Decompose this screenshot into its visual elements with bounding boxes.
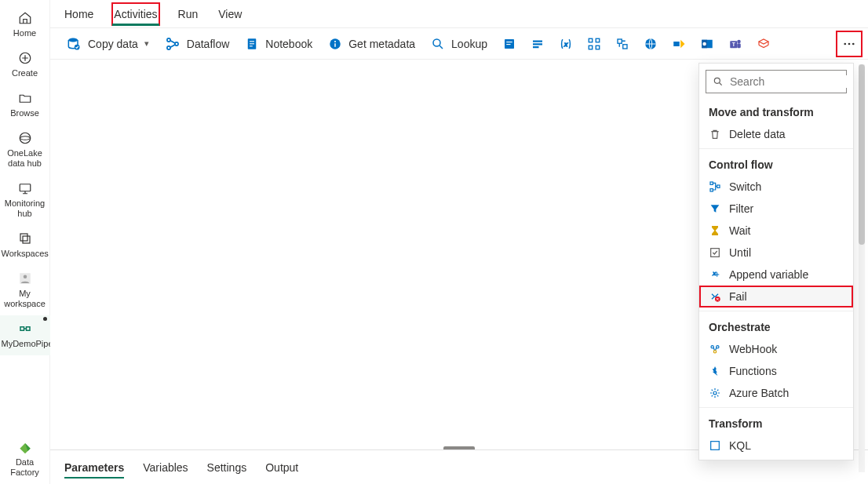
section-move: Move and transform	[699, 100, 853, 123]
btab-output[interactable]: Output	[265, 453, 298, 482]
append-variable-icon: x	[709, 268, 721, 281]
dataflow-label: Dataflow	[187, 38, 229, 50]
plus-circle-icon	[0, 49, 50, 67]
fail-icon	[709, 290, 721, 303]
teams-button[interactable]: T	[723, 31, 748, 56]
svg-rect-7	[20, 327, 24, 331]
svg-point-20	[433, 39, 440, 46]
svg-point-44	[848, 42, 851, 45]
outlook-button[interactable]	[695, 31, 720, 56]
if-button[interactable]	[610, 31, 635, 56]
invoke-pipeline-button[interactable]	[666, 31, 691, 56]
scrollbar-thumb[interactable]	[859, 64, 865, 245]
more-activities-button[interactable]	[837, 31, 862, 56]
item-webhook[interactable]: WebHook	[699, 338, 853, 360]
nav-home[interactable]: Home	[0, 5, 50, 45]
tab-home[interactable]: Home	[63, 3, 95, 25]
person-icon	[0, 270, 50, 287]
btab-settings[interactable]: Settings	[207, 453, 247, 482]
item-label: Functions	[729, 365, 777, 377]
nav-create[interactable]: Create	[0, 45, 50, 85]
getmetadata-button[interactable]: Get metadata	[322, 31, 421, 56]
svg-rect-49	[717, 185, 720, 187]
section-transform: Transform	[699, 411, 853, 435]
item-kql[interactable]: KQL	[699, 435, 853, 457]
svg-point-10	[167, 38, 170, 41]
svg-point-43	[844, 42, 846, 45]
svg-rect-47	[710, 182, 713, 184]
btab-variables[interactable]: Variables	[143, 453, 188, 482]
svg-point-41	[737, 39, 741, 43]
item-label: Delete data	[729, 128, 786, 140]
item-filter[interactable]: Filter	[699, 198, 853, 220]
svg-rect-8	[26, 327, 30, 331]
lookup-button[interactable]: Lookup	[425, 31, 494, 56]
item-label: Wait	[729, 224, 750, 237]
stored-proc-button[interactable]	[525, 31, 550, 56]
databricks-button[interactable]	[751, 31, 776, 56]
nav-pipeline[interactable]: MyDemoPipeline	[0, 315, 50, 355]
nav-monitoring[interactable]: Monitoring hub	[0, 175, 50, 225]
tab-run[interactable]: Run	[177, 3, 200, 25]
left-nav: Home Create Browse OneLake data hub Moni…	[0, 0, 50, 484]
svg-rect-22	[506, 42, 512, 42]
item-fail[interactable]: Fail	[699, 286, 853, 308]
copy-data-button[interactable]: Copy data ▾	[60, 31, 155, 56]
script-button[interactable]	[497, 31, 522, 56]
nav-onelake[interactable]: OneLake data hub	[0, 125, 50, 175]
notebook-label: Notebook	[265, 38, 312, 50]
item-label: Append variable	[729, 268, 808, 281]
nav-browse[interactable]: Browse	[0, 85, 50, 125]
variable-button[interactable]: x	[553, 31, 578, 56]
search-input[interactable]	[730, 75, 854, 88]
notebook-button[interactable]: Notebook	[239, 31, 319, 56]
search-icon	[431, 37, 445, 51]
info-icon	[328, 37, 342, 51]
search-box[interactable]	[706, 70, 847, 93]
trash-icon	[709, 128, 721, 140]
item-functions[interactable]: Functions	[699, 360, 853, 382]
web-button[interactable]	[638, 31, 663, 56]
svg-rect-28	[589, 38, 593, 42]
until-icon	[709, 246, 721, 259]
dataflow-button[interactable]: Dataflow	[159, 31, 235, 56]
nav-datafactory[interactable]: Data Factory	[0, 434, 50, 484]
datafactory-icon	[0, 439, 50, 456]
ribbon-tabs: Home Activities Run View	[50, 0, 868, 28]
svg-point-45	[852, 42, 855, 45]
svg-rect-30	[589, 45, 593, 49]
activities-toolbar: Copy data ▾ Dataflow Notebook Get metada…	[50, 28, 868, 60]
item-delete-data[interactable]: Delete data	[699, 123, 853, 145]
item-label: Azure Batch	[729, 387, 789, 399]
copy-data-label: Copy data	[88, 38, 138, 50]
resize-grip[interactable]	[443, 446, 475, 449]
svg-rect-25	[533, 43, 542, 45]
nav-workspaces[interactable]: Workspaces	[0, 225, 50, 265]
svg-rect-15	[250, 43, 254, 44]
item-label: Switch	[729, 180, 761, 193]
foreach-button[interactable]	[582, 31, 607, 56]
item-until[interactable]: Until	[699, 242, 853, 264]
svg-text:x: x	[712, 270, 717, 277]
item-label: Until	[729, 246, 751, 259]
nav-myworkspace[interactable]: My workspace	[0, 265, 50, 315]
svg-rect-35	[673, 42, 680, 46]
svg-rect-16	[250, 45, 253, 46]
item-wait[interactable]: Wait	[699, 220, 853, 242]
svg-rect-3	[20, 234, 27, 241]
svg-rect-50	[711, 249, 720, 257]
item-switch[interactable]: Switch	[699, 176, 853, 198]
svg-rect-31	[596, 45, 600, 49]
item-append[interactable]: x Append variable	[699, 264, 853, 286]
svg-point-46	[714, 78, 720, 83]
tab-view[interactable]: View	[217, 3, 243, 25]
btab-parameters[interactable]: Parameters	[64, 453, 124, 482]
getmetadata-label: Get metadata	[348, 38, 415, 50]
activities-dropdown: Move and transform Delete data Control f…	[698, 63, 854, 460]
nav-label: Home	[0, 27, 50, 38]
svg-point-56	[713, 391, 717, 395]
tab-activities[interactable]: Activities	[112, 3, 159, 25]
svg-rect-48	[710, 189, 713, 191]
item-azurebatch[interactable]: Azure Batch	[699, 382, 853, 404]
nav-label: OneLake data hub	[0, 147, 50, 169]
